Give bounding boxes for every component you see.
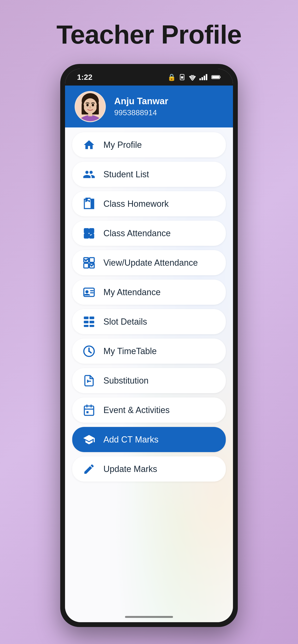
svg-rect-20 xyxy=(82,104,84,114)
svg-rect-8 xyxy=(206,74,207,80)
menu-label-add-ct-marks: Add CT Marks xyxy=(103,434,158,445)
svg-point-19 xyxy=(89,106,91,108)
home-indicator xyxy=(125,616,173,618)
svg-rect-32 xyxy=(84,263,89,268)
menu-label-update-marks: Update Marks xyxy=(103,464,157,474)
book-icon xyxy=(82,197,96,211)
profile-info: Anju Tanwar 9953888914 xyxy=(114,96,168,117)
svg-rect-10 xyxy=(220,76,221,78)
menu-label-my-profile: My Profile xyxy=(103,140,142,150)
phone-screen: 1:22 🔒 xyxy=(65,69,233,622)
menu-label-my-attendance: My Attendance xyxy=(103,287,161,297)
students-icon xyxy=(82,167,96,182)
profile-phone: 9953888914 xyxy=(114,108,168,117)
menu-label-substitution: Substitution xyxy=(103,376,148,386)
svg-rect-44 xyxy=(84,320,89,323)
status-icons: 🔒 xyxy=(168,73,221,81)
clock-icon xyxy=(82,344,96,358)
battery-icon xyxy=(211,74,221,80)
menu-item-class-attendance[interactable]: Class Attendance xyxy=(72,221,226,246)
menu-label-my-timetable: My TimeTable xyxy=(103,346,157,356)
menu-label-class-attendance: Class Attendance xyxy=(103,228,171,238)
svg-point-18 xyxy=(92,104,94,106)
svg-line-37 xyxy=(92,264,93,266)
svg-rect-16 xyxy=(88,112,92,116)
menu-item-student-list[interactable]: Student List xyxy=(72,162,226,187)
doc-check-icon xyxy=(82,374,96,388)
menu-label-view-update-attendance: View/Update Attendance xyxy=(103,258,198,268)
svg-rect-53 xyxy=(84,406,94,415)
svg-rect-6 xyxy=(202,77,203,80)
profile-name: Anju Tanwar xyxy=(114,96,168,106)
svg-rect-42 xyxy=(84,316,89,319)
menu-item-substitution[interactable]: Substitution xyxy=(72,368,226,393)
menu-item-slot-details[interactable]: Slot Details xyxy=(72,309,226,334)
svg-rect-11 xyxy=(212,76,219,78)
menu-item-event-activities[interactable]: Event & Activities xyxy=(72,398,226,422)
menu-label-slot-details: Slot Details xyxy=(103,317,147,327)
phone-frame: 1:22 🔒 xyxy=(60,64,238,627)
svg-rect-1 xyxy=(181,76,183,78)
menu-item-view-update-attendance[interactable]: View/Update Attendance xyxy=(72,250,226,275)
menu-label-event-activities: Event & Activities xyxy=(103,405,170,415)
svg-point-39 xyxy=(85,290,89,293)
svg-rect-47 xyxy=(89,325,94,327)
svg-rect-5 xyxy=(199,78,201,80)
svg-rect-57 xyxy=(86,411,89,413)
svg-rect-45 xyxy=(89,320,94,323)
page-title: Teacher Profile xyxy=(56,19,242,50)
lock-icon: 🔒 xyxy=(168,73,176,81)
sim-icon xyxy=(179,74,186,80)
profile-header: Anju Tanwar 9953888914 xyxy=(65,86,233,128)
svg-line-35 xyxy=(86,259,88,261)
person-card-icon xyxy=(82,285,96,300)
svg-rect-31 xyxy=(89,258,94,262)
svg-rect-43 xyxy=(89,316,94,319)
menu-item-my-attendance[interactable]: My Attendance xyxy=(72,280,226,305)
menu-label-student-list: Student List xyxy=(103,170,149,180)
signal-icon xyxy=(199,74,209,80)
edit-icon xyxy=(82,462,96,476)
calendar-icon xyxy=(82,403,96,417)
menu-item-my-timetable[interactable]: My TimeTable xyxy=(72,338,226,364)
slots-icon xyxy=(82,314,96,329)
menu-item-class-homework[interactable]: Class Homework xyxy=(72,191,226,216)
status-time: 1:22 xyxy=(77,73,92,82)
view-update-icon xyxy=(82,256,96,270)
home-icon xyxy=(82,138,96,152)
menu-item-add-ct-marks[interactable]: Add CT Marks xyxy=(72,427,226,452)
status-bar: 1:22 🔒 xyxy=(65,69,233,86)
menu-label-class-homework: Class Homework xyxy=(103,199,169,209)
svg-rect-21 xyxy=(96,104,99,114)
svg-point-51 xyxy=(88,350,90,352)
menu-item-update-marks[interactable]: Update Marks xyxy=(72,456,226,482)
grid-check-icon xyxy=(82,226,96,240)
avatar xyxy=(75,91,106,122)
wifi-icon xyxy=(188,74,197,80)
svg-point-17 xyxy=(86,104,89,106)
graduation-icon xyxy=(82,432,96,447)
svg-rect-7 xyxy=(204,76,205,80)
svg-rect-46 xyxy=(84,325,89,327)
menu-item-my-profile[interactable]: My Profile xyxy=(72,132,226,158)
menu-list: My Profile Student List Class Home xyxy=(65,128,233,622)
svg-point-15 xyxy=(83,98,97,114)
